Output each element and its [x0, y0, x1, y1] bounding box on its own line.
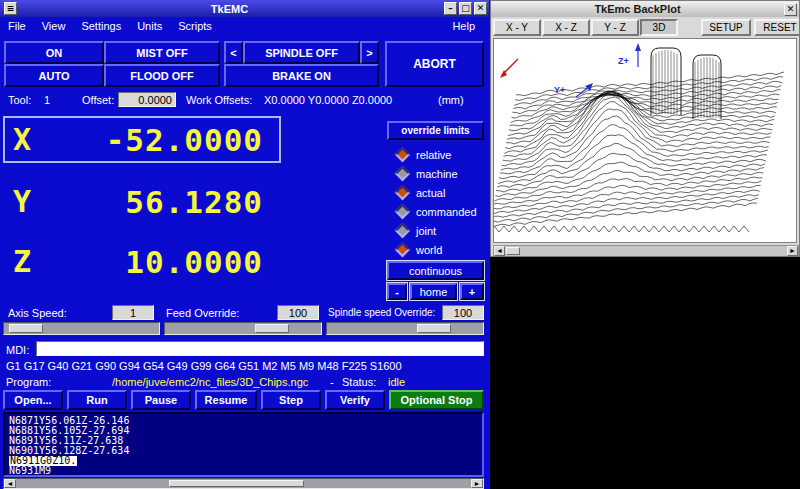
offset-label: Offset:: [82, 94, 114, 106]
tab-yz[interactable]: Y - Z: [591, 19, 639, 36]
menu-units[interactable]: Units: [137, 20, 162, 32]
radio-commanded[interactable]: commanded: [397, 204, 477, 219]
tkemc-window-title: TkEMC: [17, 3, 442, 15]
axis-speed-value: 1: [112, 305, 154, 320]
axis-speed-label: Axis Speed:: [8, 307, 67, 319]
listing-scrollbar-thumb[interactable]: [169, 480, 304, 487]
flood-button[interactable]: FLOOD OFF: [104, 64, 220, 87]
mdi-input[interactable]: [36, 341, 484, 356]
feed-override-slider-thumb[interactable]: [255, 324, 289, 333]
scroll-left-icon[interactable]: ◄: [4, 479, 16, 488]
menu-settings[interactable]: Settings: [81, 20, 121, 32]
backplot-scroll-right-icon[interactable]: ►: [787, 246, 798, 256]
abort-button[interactable]: ABORT: [385, 41, 484, 87]
radio-diamond-relative[interactable]: [395, 147, 411, 163]
tab-xz[interactable]: X - Z: [542, 19, 590, 36]
radio-diamond-machine[interactable]: [395, 166, 411, 182]
dro-value-y: 56.1280: [69, 184, 279, 220]
backplot-scroll-left-icon[interactable]: ◄: [494, 246, 505, 256]
work-offsets-label: Work Offsets:: [186, 94, 252, 106]
radio-relative[interactable]: relative: [397, 147, 451, 162]
spindle-button[interactable]: SPINDLE OFF: [243, 41, 360, 64]
tab-reset[interactable]: RESET: [754, 19, 800, 36]
scroll-right-icon[interactable]: ►: [471, 479, 483, 488]
backplot-window-title: TkEmc BackPlot: [493, 3, 782, 15]
tab-setup[interactable]: SETUP: [701, 19, 751, 36]
radio-label-world: world: [416, 244, 442, 256]
spindle-increase-button[interactable]: >: [360, 41, 379, 64]
spindle-override-slider[interactable]: [326, 322, 484, 335]
backplot-canvas[interactable]: Y+ Z+: [493, 38, 797, 243]
feed-override-label: Feed Override:: [166, 307, 239, 319]
toolpath-wireframe: [494, 48, 784, 232]
tab-xy[interactable]: X - Y: [493, 19, 541, 36]
tkemc-window: ≡ TkEMC – □ ✕ File View Settings Units S…: [0, 0, 490, 489]
mdi-label: MDI:: [6, 344, 29, 356]
override-limits-button[interactable]: override limits: [387, 121, 484, 140]
home-button[interactable]: home: [410, 283, 457, 300]
open-button[interactable]: Open...: [3, 390, 63, 410]
radio-diamond-world[interactable]: [395, 242, 411, 258]
program-listing[interactable]: N6871Y56.061Z-26.146 N6881Y56.105Z-27.69…: [3, 412, 484, 477]
program-separator: -: [330, 376, 334, 388]
radio-machine[interactable]: machine: [397, 166, 458, 181]
radio-diamond-commanded[interactable]: [395, 204, 411, 220]
radio-label-machine: machine: [416, 168, 458, 180]
backplot-close-icon[interactable]: ✕: [784, 3, 797, 16]
tool-label: Tool:: [8, 94, 31, 106]
radio-label-commanded: commanded: [416, 206, 477, 218]
resume-button[interactable]: Resume: [195, 390, 257, 410]
jog-mode-select[interactable]: continuous: [387, 261, 484, 280]
tab-3d[interactable]: 3D: [640, 19, 678, 36]
radio-world[interactable]: world: [397, 242, 442, 257]
window-menu-icon[interactable]: ≡: [4, 2, 17, 15]
run-button[interactable]: Run: [67, 390, 127, 410]
maximize-icon[interactable]: □: [459, 2, 472, 15]
menu-scripts[interactable]: Scripts: [178, 20, 212, 32]
backplot-scrollbar[interactable]: ◄ ►: [493, 245, 799, 257]
backplot-scrollbar-thumb[interactable]: [506, 247, 520, 255]
menubar: File View Settings Units Scripts Help: [0, 17, 489, 35]
offset-entry[interactable]: 0.0000: [118, 92, 176, 107]
jog-plus-button[interactable]: +: [460, 283, 484, 300]
dro-value-x: -52.0000: [69, 122, 279, 158]
pause-button[interactable]: Pause: [131, 390, 191, 410]
program-path: /home/juve/emc2/nc_files/3D_Chips.ngc: [112, 376, 308, 388]
menu-help[interactable]: Help: [452, 20, 475, 32]
optional-stop-button[interactable]: Optional Stop: [389, 390, 484, 410]
tkemc-titlebar: ≡ TkEMC – □ ✕: [0, 0, 489, 17]
feed-override-value: 100: [277, 305, 319, 320]
program-label: Program:: [6, 376, 51, 388]
menu-file[interactable]: File: [8, 20, 26, 32]
dro-axis-letter-x: X: [5, 122, 69, 157]
desktop: ≡ TkEMC – □ ✕ File View Settings Units S…: [0, 0, 800, 489]
spindle-override-slider-thumb[interactable]: [417, 324, 451, 333]
radio-diamond-joint[interactable]: [395, 223, 411, 239]
radio-diamond-actual[interactable]: [395, 185, 411, 201]
jog-minus-button[interactable]: -: [387, 283, 407, 300]
axis-speed-slider-thumb[interactable]: [9, 324, 43, 333]
listing-scrollbar[interactable]: ◄ ►: [3, 478, 484, 489]
radio-joint[interactable]: joint: [397, 223, 436, 238]
step-button[interactable]: Step: [261, 390, 321, 410]
machine-on-button[interactable]: ON: [4, 41, 104, 64]
work-offsets-value: X0.0000 Y0.0000 Z0.0000: [264, 94, 392, 106]
spindle-decrease-button[interactable]: <: [224, 41, 243, 64]
radio-label-relative: relative: [416, 149, 451, 161]
mist-button[interactable]: MIST OFF: [104, 41, 220, 64]
brake-button[interactable]: BRAKE ON: [224, 64, 379, 87]
mode-auto-button[interactable]: AUTO: [4, 64, 104, 87]
verify-button[interactable]: Verify: [325, 390, 385, 410]
radio-actual[interactable]: actual: [397, 185, 445, 200]
radio-label-joint: joint: [416, 225, 436, 237]
backplot-window: TkEmc BackPlot ✕ X - Y X - Z Y - Z 3D SE…: [490, 0, 800, 257]
menu-view[interactable]: View: [42, 20, 66, 32]
status-label: Status:: [342, 376, 376, 388]
spindle-override-label: Spindle speed Override:: [328, 307, 435, 318]
close-icon[interactable]: ✕: [474, 2, 487, 15]
radio-label-actual: actual: [416, 187, 445, 199]
axis-speed-slider[interactable]: [3, 322, 160, 335]
feed-override-slider[interactable]: [164, 322, 322, 335]
minimize-icon[interactable]: –: [444, 2, 457, 15]
dro-row-y: Y 56.1280: [3, 178, 281, 225]
